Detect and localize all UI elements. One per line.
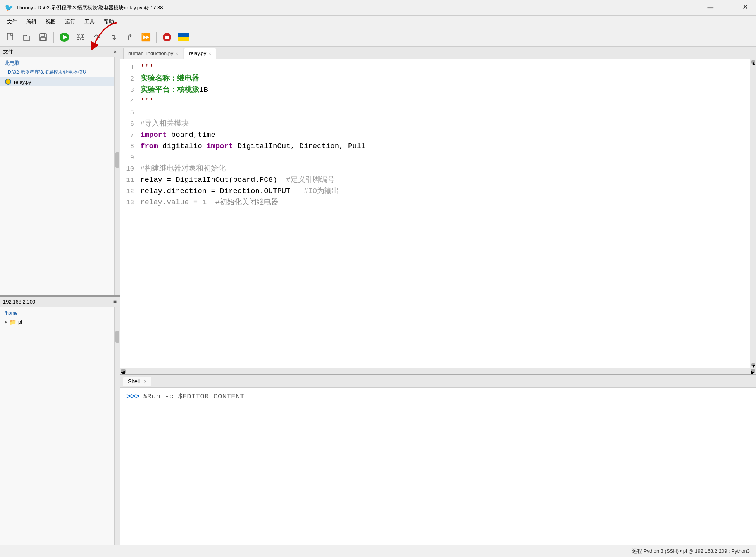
local-files-close[interactable]: × xyxy=(114,49,117,55)
status-text: 远程 Python 3 (SSH) • pi @ 192.168.2.209 :… xyxy=(632,548,750,555)
pi-folder-label: pi xyxy=(18,319,22,325)
tab-human-induction-label: human_induction.py xyxy=(128,50,173,56)
svg-line-12 xyxy=(77,39,79,40)
local-path[interactable]: D:\02-示例程序\3.拓展模块\继电器模块 xyxy=(0,67,114,77)
code-line-9: 9 xyxy=(120,152,750,163)
menu-tools[interactable]: 工具 xyxy=(81,17,98,27)
remote-menu-icon[interactable]: ≡ xyxy=(113,298,117,305)
code-content-12: relay.direction = Direction.OUTPUT #IO为输… xyxy=(140,186,747,197)
line-num-6: 6 xyxy=(120,119,140,129)
status-bar: 远程 Python 3 (SSH) • pi @ 192.168.2.209 :… xyxy=(0,545,756,557)
code-content-6: #导入相关模块 xyxy=(140,118,747,129)
close-button[interactable]: ✕ xyxy=(739,3,751,12)
shell-tabs: Shell × xyxy=(120,375,756,388)
toolbar-separator-2 xyxy=(156,32,157,43)
minimize-button[interactable]: ─ xyxy=(704,3,717,12)
line-num-12: 12 xyxy=(120,186,140,197)
shell-tab-close[interactable]: × xyxy=(144,379,146,384)
step-over-button[interactable]: ↷ xyxy=(90,30,104,44)
editor-scroll-up[interactable]: ▲ xyxy=(751,60,755,64)
toolbar: ↷ ↴ ↱ ⏩ xyxy=(0,28,756,47)
run-button[interactable] xyxy=(57,30,72,44)
editor-hscrollbar[interactable]: ◀ ▶ xyxy=(120,368,756,374)
shell-content[interactable]: >>> %Run -c $EDITOR_CONTENT xyxy=(120,388,756,545)
new-file-icon xyxy=(6,33,15,41)
remote-files-header: 192.168.2.209 ≡ xyxy=(0,297,120,307)
maximize-button[interactable]: □ xyxy=(723,3,733,12)
local-files-header: 文件 × xyxy=(0,47,120,57)
computer-label[interactable]: 此电脑 xyxy=(0,59,114,67)
step-out-button[interactable]: ↱ xyxy=(122,30,137,44)
relay-py-file[interactable]: relay.py xyxy=(0,77,114,86)
svg-rect-2 xyxy=(41,34,45,36)
code-line-6: 6 #导入相关模块 xyxy=(120,118,750,129)
menu-edit[interactable]: 编辑 xyxy=(22,17,40,27)
code-line-7: 7 import board,time xyxy=(120,129,750,141)
menu-help[interactable]: 帮助 xyxy=(100,17,118,27)
step-into-button[interactable]: ↴ xyxy=(106,30,121,44)
main-layout: 文件 × 此电脑 D:\02-示例程序\3.拓展模块\继电器模块 relay.p… xyxy=(0,47,756,545)
svg-rect-0 xyxy=(7,33,12,40)
line-num-10: 10 xyxy=(120,164,140,174)
menu-file[interactable]: 文件 xyxy=(3,17,21,27)
tab-human-induction[interactable]: human_induction.py × xyxy=(123,48,183,59)
code-content-1: ''' xyxy=(140,62,747,73)
content-area: human_induction.py × relay.py × 1 ''' xyxy=(120,47,756,545)
tab-human-induction-close[interactable]: × xyxy=(176,51,178,56)
code-content-13: relay.value = 1 #初始化关闭继电器 xyxy=(140,197,747,208)
code-line-13: 13 relay.value = 1 #初始化关闭继电器 xyxy=(120,197,750,208)
code-content-5 xyxy=(140,107,747,118)
tab-relay-label: relay.py xyxy=(189,50,207,56)
pi-folder[interactable]: ▶ 📁 pi xyxy=(0,317,114,327)
line-num-5: 5 xyxy=(120,108,140,118)
prompt-symbol: >>> xyxy=(126,392,139,401)
shell-tab-label: Shell xyxy=(128,378,140,385)
debug-button[interactable] xyxy=(73,30,88,44)
svg-rect-15 xyxy=(165,36,169,39)
editor-area: 1 ''' 2 实验名称：继电器 3 实验平台：核桃派1B xyxy=(120,59,756,368)
continue-button[interactable]: ⏩ xyxy=(138,30,153,44)
line-num-13: 13 xyxy=(120,198,140,208)
local-scrollbar[interactable] xyxy=(114,57,120,295)
window-controls: ─ □ ✕ xyxy=(704,3,751,12)
sidebar: 文件 × 此电脑 D:\02-示例程序\3.拓展模块\继电器模块 relay.p… xyxy=(0,47,120,545)
remote-path[interactable]: /home xyxy=(0,309,114,317)
remote-scrollbar[interactable] xyxy=(114,307,120,545)
stop-button[interactable] xyxy=(160,30,174,44)
remote-address-label: 192.168.2.209 xyxy=(3,299,35,305)
code-line-3: 3 实验平台：核桃派1B xyxy=(120,84,750,96)
line-num-11: 11 xyxy=(120,175,140,185)
shell-tab[interactable]: Shell × xyxy=(123,377,151,386)
code-content-4: ''' xyxy=(140,96,747,107)
code-content-10: #构建继电器对象和初始化 xyxy=(140,163,747,174)
editor-tabs: human_induction.py × relay.py × xyxy=(120,47,756,59)
stop-icon xyxy=(162,32,172,42)
open-file-icon xyxy=(22,33,31,41)
ukraine-flag-button[interactable] xyxy=(176,30,191,44)
code-line-11: 11 relay = DigitalInOut(board.PC8) #定义引脚… xyxy=(120,174,750,186)
svg-rect-16 xyxy=(178,33,189,37)
new-file-button[interactable] xyxy=(3,30,18,44)
svg-rect-17 xyxy=(178,37,189,41)
ukraine-flag-icon xyxy=(178,33,189,41)
svg-line-13 xyxy=(82,39,84,40)
tab-relay[interactable]: relay.py × xyxy=(184,48,216,59)
tab-relay-close[interactable]: × xyxy=(208,51,211,56)
save-button[interactable] xyxy=(36,30,50,44)
code-content-11: relay = DigitalInOut(board.PC8) #定义引脚编号 xyxy=(140,174,747,186)
open-file-button[interactable] xyxy=(19,30,34,44)
remote-files-section: 192.168.2.209 ≡ /home ▶ 📁 pi xyxy=(0,297,120,545)
editor-scroll-down[interactable]: ▼ xyxy=(751,363,755,366)
svg-line-9 xyxy=(83,34,84,35)
local-scrollbar-thumb xyxy=(115,152,119,168)
local-files-label: 文件 xyxy=(3,48,13,55)
expand-icon: ▶ xyxy=(5,320,8,324)
code-content-7: import board,time xyxy=(140,129,747,141)
menu-run[interactable]: 运行 xyxy=(61,17,79,27)
editor-scrollbar[interactable]: ▲ ▼ xyxy=(750,59,756,368)
title-bar: 🐦 Thonny - D:\02-示例程序\3.拓展模块\继电器模块\relay… xyxy=(0,0,756,16)
code-editor[interactable]: 1 ''' 2 实验名称：继电器 3 实验平台：核桃派1B xyxy=(120,59,750,368)
menu-view[interactable]: 视图 xyxy=(42,17,60,27)
code-line-8: 8 from digitalio import DigitalInOut, Di… xyxy=(120,141,750,152)
code-line-10: 10 #构建继电器对象和初始化 xyxy=(120,163,750,174)
